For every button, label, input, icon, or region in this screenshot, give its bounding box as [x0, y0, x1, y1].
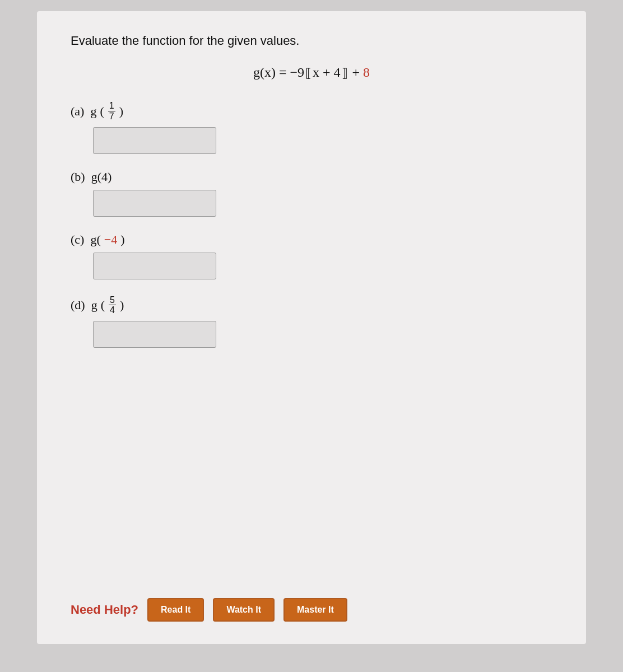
- answer-input-a[interactable]: [93, 127, 216, 154]
- func-suffix: + 8: [352, 65, 370, 80]
- watch-it-button[interactable]: Watch It: [213, 598, 275, 622]
- master-it-button[interactable]: Master It: [283, 598, 347, 622]
- answer-input-b[interactable]: [93, 190, 216, 217]
- fraction-1-7: 1 7: [108, 101, 115, 121]
- need-help-label: Need Help?: [71, 603, 138, 617]
- func-prefix: g(x) = −9: [253, 65, 304, 80]
- func-inner: x + 4: [313, 65, 341, 80]
- need-help-section: Need Help? Read It Watch It Master It: [71, 598, 347, 622]
- part-d: (d) g ( 5 4 ): [71, 295, 552, 348]
- part-b-label: (b) g(4): [71, 170, 552, 184]
- floor-bracket-left: ⟦: [305, 66, 312, 81]
- answer-input-d[interactable]: [93, 321, 216, 348]
- part-c: (c) g(−4): [71, 232, 552, 279]
- instruction-text: Evaluate the function for the given valu…: [71, 34, 552, 48]
- function-equation: g(x) = −9⟦x + 4⟧ + 8: [71, 65, 552, 81]
- part-a-label: (a) g ( 1 7 ): [71, 101, 552, 121]
- part-d-label: (d) g ( 5 4 ): [71, 295, 552, 315]
- part-a: (a) g ( 1 7 ): [71, 101, 552, 153]
- answer-input-c[interactable]: [93, 253, 216, 279]
- read-it-button[interactable]: Read It: [147, 598, 204, 622]
- floor-bracket-right: ⟧: [342, 66, 348, 81]
- part-b: (b) g(4): [71, 170, 552, 217]
- fraction-5-4: 5 4: [109, 295, 116, 315]
- problem-card: Evaluate the function for the given valu…: [37, 11, 586, 644]
- part-c-label: (c) g(−4): [71, 232, 552, 247]
